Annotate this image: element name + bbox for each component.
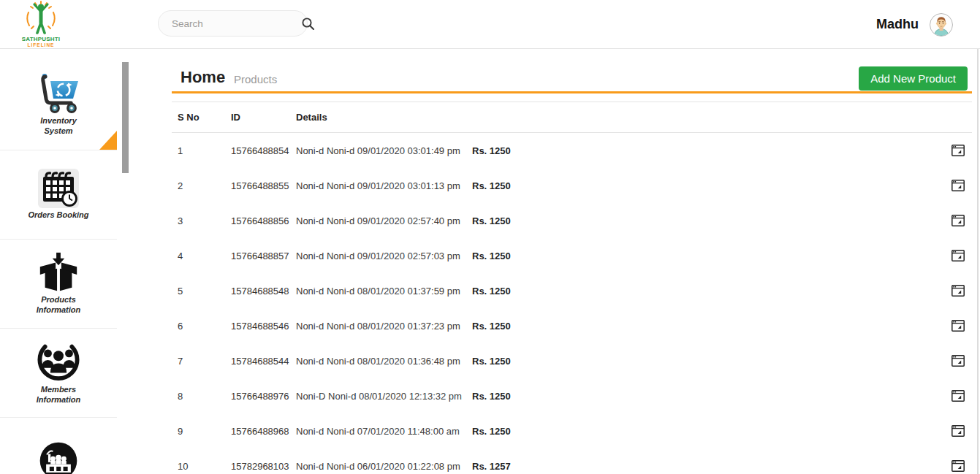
search-bar — [158, 10, 308, 37]
sidebar-item-members-information[interactable]: Members Information — [0, 329, 117, 418]
cell-price: Rs. 1250 — [472, 391, 511, 402]
cell-sno: 2 — [178, 180, 231, 191]
cell-details: Noni-d Noni-d 08/01/2020 01:37:23 pm — [296, 321, 472, 332]
cell-sno: 10 — [178, 461, 231, 472]
cell-details: Noni-d Noni-d 09/01/2020 02:57:40 pm — [296, 215, 472, 226]
cell-sno: 4 — [178, 251, 231, 261]
open-window-icon[interactable] — [951, 390, 965, 402]
open-window-icon[interactable] — [951, 215, 965, 226]
cell-id: 15766488968 — [231, 426, 296, 437]
open-box-icon — [36, 252, 81, 293]
products-table: S No ID Details 1 15766488854 Noni-d Non… — [172, 102, 972, 474]
open-window-icon[interactable] — [951, 425, 965, 437]
header-sno: S No — [178, 112, 231, 123]
brand-tagline: LIFELINE — [19, 42, 63, 47]
cell-price: Rs. 1257 — [472, 461, 511, 472]
cell-id: 15784688546 — [231, 321, 296, 332]
sidebar-scrollbar-thumb[interactable] — [122, 62, 129, 173]
sidebar-item-label: Inventory System — [27, 116, 90, 137]
table-header-row: S No ID Details — [172, 102, 972, 133]
add-new-product-button[interactable]: Add New Product — [859, 66, 968, 91]
cell-id: 15766488855 — [231, 180, 296, 191]
cell-price: Rs. 1250 — [472, 286, 511, 297]
factory-people-icon — [37, 439, 80, 474]
table-row: 3 15766488856 Noni-d Noni-d 09/01/2020 0… — [172, 203, 972, 238]
table-row: 5 15784688548 Noni-d Noni-d 08/01/2020 0… — [172, 273, 972, 308]
logo-person-icon — [22, 1, 60, 34]
page-subtitle: Products — [234, 73, 277, 85]
cell-details: Noni-d Noni-d 06/01/2020 01:22:08 pm — [296, 461, 472, 472]
top-bar: SATHPUSHTI LIFELINE Madhu — [0, 0, 980, 49]
people-group-icon — [36, 340, 81, 383]
cell-sno: 6 — [178, 321, 231, 332]
cell-details: Noni-d Noni-d 08/01/2020 01:36:48 pm — [296, 356, 472, 367]
sidebar-item-label: Orders Booking — [28, 210, 88, 221]
cell-details: Noni-d Noni-d 08/01/2020 01:37:59 pm — [296, 286, 472, 297]
cell-details: Noni-D Noni-d 08/01/2020 12:13:32 pm — [296, 391, 472, 402]
user-avatar[interactable] — [930, 13, 953, 37]
user-name: Madhu — [876, 17, 919, 32]
table-row: 2 15766488855 Noni-d Noni-d 09/01/2020 0… — [172, 168, 972, 203]
sidebar: Inventory System Orders Booking — [0, 49, 117, 474]
table-row: 7 15784688544 Noni-d Noni-d 08/01/2020 0… — [172, 343, 972, 378]
cell-price: Rs. 1250 — [472, 251, 511, 261]
cell-price: Rs. 1250 — [472, 145, 511, 156]
cell-price: Rs. 1250 — [472, 356, 511, 367]
cell-price: Rs. 1250 — [472, 426, 511, 437]
cell-id: 15766488854 — [231, 145, 296, 156]
header-id: ID — [231, 112, 296, 123]
open-window-icon[interactable] — [951, 180, 965, 191]
cell-price: Rs. 1250 — [472, 180, 511, 191]
calendar-clock-icon — [38, 169, 79, 208]
active-item-indicator — [99, 131, 117, 150]
table-row: 1 15766488854 Noni-d Noni-d 09/01/2020 0… — [172, 133, 972, 168]
table-row: 10 15782968103 Noni-d Noni-d 06/01/2020 … — [172, 448, 972, 474]
header-details: Details — [296, 112, 972, 123]
main-content: Home Products Add New Product S No ID De… — [172, 49, 972, 474]
cell-sno: 9 — [178, 426, 231, 437]
page-header: Home Products Add New Product — [172, 49, 972, 93]
cell-sno: 8 — [178, 391, 231, 402]
cell-details: Noni-d Noni-d 07/01/2020 11:48:00 am — [296, 426, 472, 437]
cell-price: Rs. 1250 — [472, 215, 511, 226]
table-row: 8 15766488976 Noni-D Noni-d 08/01/2020 1… — [172, 378, 972, 413]
table-row: 9 15766488968 Noni-d Noni-d 07/01/2020 1… — [172, 413, 972, 448]
cell-id: 15766488856 — [231, 215, 296, 226]
cell-sno: 3 — [178, 215, 231, 226]
sidebar-item-inventory-system[interactable]: Inventory System — [0, 49, 117, 150]
search-input[interactable] — [172, 18, 301, 29]
cell-details: Noni-d Noni-d 09/01/2020 03:01:13 pm — [296, 180, 472, 191]
cell-price: Rs. 1250 — [472, 321, 511, 332]
sidebar-item-label: Products Information — [27, 295, 90, 316]
cell-sno: 7 — [178, 356, 231, 367]
open-window-icon[interactable] — [951, 320, 965, 332]
cell-details: Noni-d Noni-d 09/01/2020 03:01:49 pm — [296, 145, 472, 156]
user-box: Madhu — [876, 0, 953, 49]
brand-logo: SATHPUSHTI LIFELINE — [19, 1, 63, 47]
cell-id: 15766488857 — [231, 251, 296, 261]
sidebar-item-products-information[interactable]: Products Information — [0, 240, 117, 329]
table-row: 4 15766488857 Noni-d Noni-d 09/01/2020 0… — [172, 238, 972, 273]
shopping-cart-icon — [35, 72, 82, 114]
page-title: Home — [181, 68, 225, 87]
search-icon[interactable] — [301, 16, 315, 31]
cell-sno: 5 — [178, 286, 231, 297]
table-row: 6 15784688546 Noni-d Noni-d 08/01/2020 0… — [172, 308, 972, 343]
cell-id: 15782968103 — [231, 461, 296, 472]
sidebar-item-orders-booking[interactable]: Orders Booking — [0, 150, 117, 240]
page-scrollbar-track[interactable] — [977, 0, 979, 474]
sidebar-item-label: Members Information — [27, 385, 90, 405]
brand-name: SATHPUSHTI — [19, 36, 63, 42]
open-window-icon[interactable] — [951, 355, 965, 367]
open-window-icon[interactable] — [951, 460, 965, 472]
cell-sno: 1 — [178, 145, 231, 156]
cell-id: 15766488976 — [231, 391, 296, 402]
cell-id: 15784688544 — [231, 356, 296, 367]
sidebar-item-company[interactable] — [0, 418, 117, 474]
cell-details: Noni-d Noni-d 09/01/2020 02:57:03 pm — [296, 251, 472, 261]
open-window-icon[interactable] — [951, 250, 965, 261]
open-window-icon[interactable] — [951, 285, 965, 297]
cell-id: 15784688548 — [231, 286, 296, 297]
open-window-icon[interactable] — [951, 145, 965, 156]
